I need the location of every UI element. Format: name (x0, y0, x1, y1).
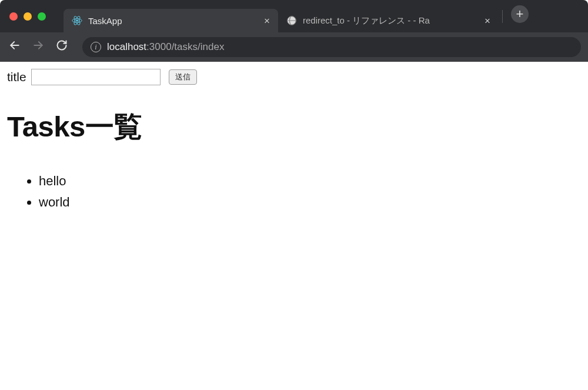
site-info-icon[interactable]: i (91, 42, 101, 52)
reload-button[interactable] (54, 39, 69, 55)
tab-separator (502, 10, 503, 23)
url-text: localhost:3000/tasks/index (107, 41, 224, 53)
url-host: localhost (107, 41, 146, 52)
close-icon[interactable]: × (485, 16, 490, 26)
close-icon[interactable]: × (264, 16, 270, 26)
task-form: title 送信 (7, 69, 581, 85)
tab-title: TaskApp (88, 16, 258, 26)
globe-icon (286, 15, 297, 26)
url-rest: :3000/tasks/index (146, 41, 224, 52)
tabs-container: TaskApp × redirect_to - リファレンス - - Ra × … (64, 0, 588, 32)
list-item: world (39, 195, 581, 210)
window-controls (9, 12, 46, 21)
address-bar[interactable]: i localhost:3000/tasks/index (82, 37, 581, 57)
page-content: title 送信 Tasks一覧 hello world (0, 62, 588, 223)
task-list: hello world (7, 174, 581, 210)
title-label: title (7, 70, 26, 84)
window-minimize-button[interactable] (24, 12, 32, 21)
browser-toolbar: i localhost:3000/tasks/index (0, 32, 588, 62)
title-input[interactable] (31, 69, 161, 85)
forward-button[interactable] (31, 39, 46, 55)
page-heading: Tasks一覧 (7, 108, 581, 146)
tab-inactive[interactable]: redirect_to - リファレンス - - Ra × (278, 9, 499, 32)
svg-point-0 (76, 19, 78, 21)
back-button[interactable] (7, 39, 22, 55)
browser-tabstrip: TaskApp × redirect_to - リファレンス - - Ra × … (0, 0, 588, 32)
window-close-button[interactable] (9, 12, 18, 21)
list-item: hello (39, 174, 581, 189)
react-icon (72, 15, 82, 26)
tab-active[interactable]: TaskApp × (64, 9, 278, 32)
new-tab-button[interactable]: + (511, 5, 529, 23)
submit-button[interactable]: 送信 (169, 69, 197, 85)
tab-title: redirect_to - リファレンス - - Ra (303, 15, 479, 26)
window-maximize-button[interactable] (38, 12, 46, 21)
